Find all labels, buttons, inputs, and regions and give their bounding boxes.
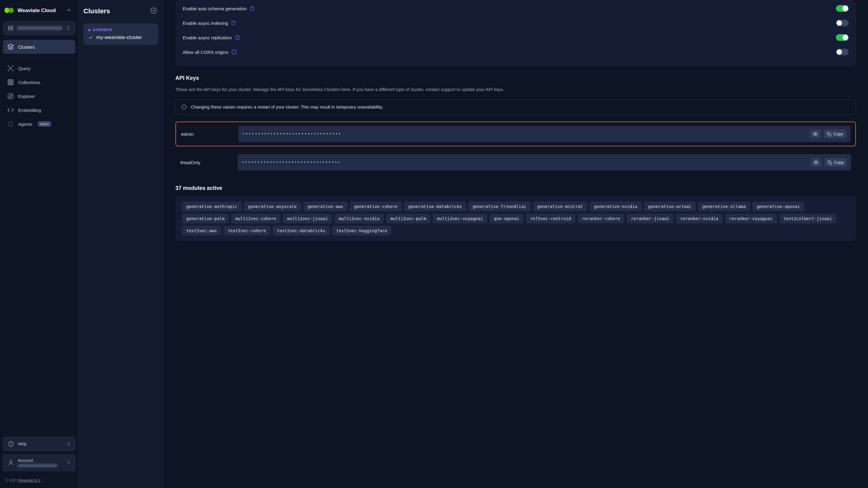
doc-icon[interactable] — [235, 35, 240, 40]
svg-rect-1 — [8, 28, 13, 30]
module-tag: reranker-nvidia — [676, 214, 722, 223]
svg-rect-0 — [8, 26, 13, 28]
doc-icon[interactable] — [231, 21, 236, 25]
nav-item-explorer[interactable]: Explorer — [3, 89, 75, 103]
grid-icon — [7, 79, 14, 86]
module-tag: text2vec-cohere — [223, 226, 270, 235]
help-label: Help — [18, 442, 27, 446]
module-tag: multi2vec-nvidia — [335, 214, 384, 223]
api-keys-description: These are the API keys for your cluster.… — [176, 86, 856, 93]
alpha-badge: Alpha — [38, 121, 51, 127]
nav-item-agents[interactable]: Agents Alpha — [3, 117, 75, 131]
module-tag: text2vec-databricks — [273, 226, 330, 235]
module-tag: generative-nvidia — [590, 202, 642, 212]
apikey-masked: •••••••••••••••••••••••••••••••• — [243, 132, 807, 136]
svg-rect-25 — [829, 162, 832, 164]
apikey-field: •••••••••••••••••••••••••••••••• Copy — [238, 126, 850, 142]
reveal-button[interactable] — [810, 158, 822, 167]
logo-icon — [4, 7, 14, 14]
nav-label: Explorer — [18, 94, 35, 99]
sparkle-icon — [7, 121, 14, 127]
svg-point-8 — [8, 93, 13, 99]
module-tag: multi2vec-jinaai — [283, 214, 332, 223]
divider — [4, 59, 74, 59]
collapse-sidebar-button[interactable] — [65, 6, 73, 15]
logo[interactable]: Weaviate Cloud — [4, 7, 56, 14]
apikey-row-readonly: ReadOnly •••••••••••••••••••••••••••••••… — [176, 151, 856, 174]
module-tag: multi2vec-palm — [386, 214, 430, 223]
module-tag: text2vec-huggingface — [332, 226, 392, 235]
cluster-card[interactable]: SANDBOX my-weaviate-cluster — [84, 24, 158, 45]
copy-button[interactable]: Copy — [824, 129, 846, 138]
setting-label-text: Enable auto schema generation — [183, 6, 247, 11]
api-keys-section: API Keys These are the API keys for your… — [176, 75, 856, 174]
cluster-badge: SANDBOX — [88, 28, 153, 32]
info-icon[interactable] — [231, 49, 237, 55]
compass-icon — [7, 93, 14, 99]
toggle-1[interactable] — [836, 20, 849, 26]
svg-marker-9 — [9, 95, 11, 97]
nav-item-query[interactable]: Query — [3, 61, 75, 75]
help-button[interactable]: Help — [3, 436, 75, 451]
server-icon — [7, 25, 13, 31]
copy-button[interactable]: Copy — [825, 158, 847, 167]
svg-point-2 — [10, 67, 11, 69]
module-tag: reranker-voyageai — [725, 214, 777, 223]
module-tag: generative-databricks — [404, 202, 466, 212]
toggle-3[interactable] — [836, 49, 849, 55]
apikey-label: Admin — [181, 132, 232, 137]
brand-text: Weaviate Cloud — [18, 7, 56, 13]
account-button[interactable]: Account — [3, 454, 75, 471]
nav-label: Query — [18, 66, 31, 71]
apikey-label: ReadOnly — [180, 160, 232, 165]
nav-item-embedding[interactable]: Embedding — [3, 103, 75, 117]
logo-row: Weaviate Cloud — [3, 4, 75, 21]
doc-icon[interactable] — [250, 6, 255, 11]
toggle-0[interactable] — [836, 5, 849, 12]
nav-item-collections[interactable]: Collections — [3, 75, 75, 89]
module-tags: generative-anthropicgenerative-anyscaleg… — [182, 202, 849, 235]
module-tag: qna-openai — [490, 214, 524, 223]
module-tag: generative-ollama — [698, 202, 750, 212]
module-tag: multi2vec-voyageai — [433, 214, 487, 223]
org-name-redacted — [17, 26, 62, 30]
modules-block: generative-anthropicgenerative-anyscaleg… — [176, 196, 856, 241]
chevron-up-down-icon — [66, 460, 71, 465]
copyright-link[interactable]: Weaviate B.V. — [18, 478, 41, 483]
setting-row: Allow all CORS origins — [183, 45, 849, 59]
nav-label: Embedding — [18, 108, 41, 113]
module-tag: generative-octoai — [644, 202, 695, 212]
module-tag: generative-mistral — [533, 202, 587, 212]
add-cluster-button[interactable] — [149, 6, 158, 16]
apikey-masked: •••••••••••••••••••••••••••••••• — [242, 160, 807, 164]
status-dot-icon — [88, 29, 90, 31]
account-label: Account — [18, 458, 63, 463]
module-tag: generative-friendliai — [468, 202, 530, 212]
module-tag: text2colbert-jinaai — [779, 214, 836, 223]
user-icon — [7, 459, 14, 466]
settings-block: Enable auto schema generation Enable asy… — [176, 0, 856, 66]
nav-label: Agents — [18, 122, 32, 127]
module-tag: generative-anthropic — [182, 202, 242, 212]
sidebar: Weaviate Cloud Clusters Query — [0, 0, 79, 488]
nav-primary: Clusters — [3, 40, 75, 54]
alert-icon — [181, 104, 187, 110]
nav-item-clusters[interactable]: Clusters — [3, 40, 75, 54]
clusters-panel: Clusters SANDBOX my-weaviate-cluster — [79, 0, 163, 488]
svg-point-22 — [815, 133, 816, 135]
svg-rect-3 — [8, 80, 13, 85]
module-tag: generative-anyscale — [244, 202, 301, 212]
reveal-button[interactable] — [810, 129, 821, 138]
apikey-field: •••••••••••••••••••••••••••••••• Copy — [238, 154, 851, 170]
account-email-redacted — [18, 464, 57, 467]
svg-point-24 — [815, 162, 816, 163]
restart-alert: Changing these values requires a restart… — [176, 99, 856, 115]
module-tag: generative-cohere — [350, 202, 402, 212]
setting-label-text: Allow all CORS origins — [183, 50, 228, 55]
cluster-name: my-weaviate-cluster — [96, 34, 142, 40]
org-selector[interactable] — [3, 21, 75, 35]
nav-label: Collections — [18, 80, 40, 85]
toggle-2[interactable] — [836, 34, 849, 41]
api-keys-title: API Keys — [176, 75, 856, 82]
main-content: Enable auto schema generation Enable asy… — [163, 0, 868, 488]
